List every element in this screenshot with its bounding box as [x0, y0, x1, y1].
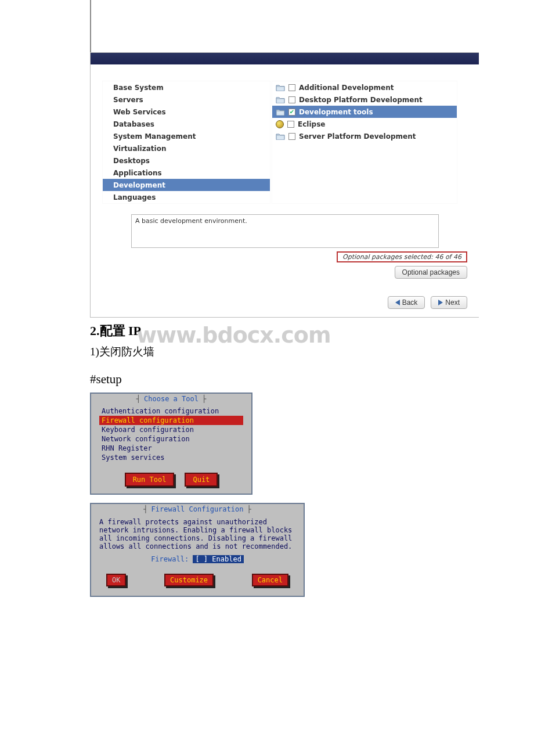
package-checkbox[interactable] [288, 84, 295, 91]
category-item[interactable]: Web Services [103, 106, 270, 118]
cancel-button[interactable]: Cancel [252, 574, 288, 586]
category-item[interactable]: Applications [103, 167, 270, 179]
category-item[interactable]: Databases [103, 118, 270, 130]
tool-menu-item[interactable]: Authentication configuration [99, 406, 243, 416]
ok-button[interactable]: OK [106, 574, 126, 586]
tui1-title: Choose a Tool [140, 395, 202, 403]
customize-button[interactable]: Customize [164, 574, 214, 586]
folder-icon [276, 133, 285, 140]
optional-packages-button[interactable]: Optional packages [395, 266, 467, 279]
quit-button[interactable]: Quit [185, 473, 218, 487]
folder-icon [276, 109, 285, 116]
firewall-config-dialog: ┤ Firewall Configuration ├ A firewall pr… [90, 503, 305, 597]
package-group-label: Development tools [299, 108, 373, 116]
package-group-label: Eclipse [298, 120, 325, 128]
tool-menu-item[interactable]: Keyboard configuration [99, 425, 243, 434]
run-tool-button[interactable]: Run Tool [125, 473, 175, 487]
firewall-enabled-checkbox[interactable]: [ ] Enabled [193, 555, 243, 563]
shell-command: #setup [90, 372, 534, 387]
next-button[interactable]: Next [431, 296, 467, 309]
package-group-item[interactable]: ✔Development tools [272, 106, 457, 118]
firewall-label: Firewall: [151, 555, 189, 563]
category-item[interactable]: Languages [103, 191, 270, 203]
package-group-item[interactable]: Additional Development [272, 81, 457, 93]
category-item[interactable]: Development [103, 179, 270, 191]
tool-menu-item[interactable]: Network configuration [99, 434, 243, 444]
category-item[interactable]: Virtualization [103, 142, 270, 154]
package-group-label: Additional Development [299, 84, 394, 92]
package-group-list: Additional DevelopmentDesktop Platform D… [272, 81, 457, 204]
tool-menu-item[interactable]: RHN Register [99, 444, 243, 453]
section-heading: 2.配置 IP [90, 322, 534, 340]
category-item[interactable]: System Management [103, 130, 270, 142]
package-group-item[interactable]: Desktop Platform Development [272, 93, 457, 106]
setup-tool-dialog: ┤ Choose a Tool ├ Authentication configu… [90, 393, 252, 495]
package-checkbox[interactable] [288, 133, 295, 140]
optional-packages-status: Optional packages selected: 46 of 46 [337, 251, 467, 262]
tool-menu-item[interactable]: System services [99, 453, 243, 462]
section-sub: 1)关闭防火墙 [90, 344, 534, 359]
package-group-label: Server Platform Development [299, 132, 416, 141]
next-label: Next [445, 298, 460, 307]
category-item[interactable]: Base System [103, 81, 270, 93]
package-checkbox[interactable] [287, 121, 294, 128]
package-checkbox[interactable] [288, 96, 295, 103]
back-label: Back [402, 298, 418, 307]
folder-icon [276, 96, 285, 103]
category-item[interactable]: Servers [103, 93, 270, 106]
firewall-description: A firewall protects against unauthorized… [99, 518, 295, 550]
folder-icon [276, 84, 285, 91]
tui2-title: Firewall Configuration [148, 505, 247, 513]
arrow-right-icon [438, 300, 443, 305]
package-group-item[interactable]: Server Platform Development [272, 130, 457, 142]
package-group-label: Desktop Platform Development [299, 96, 423, 104]
package-checkbox[interactable]: ✔ [288, 109, 295, 116]
category-list: Base SystemServersWeb ServicesDatabasesS… [102, 81, 270, 204]
globe-icon [276, 120, 284, 128]
back-button[interactable]: Back [388, 296, 425, 309]
package-group-item[interactable]: Eclipse [272, 118, 457, 130]
description-box: A basic development environment. [131, 214, 439, 248]
category-item[interactable]: Desktops [103, 154, 270, 167]
tool-menu-item[interactable]: Firewall configuration [99, 416, 243, 425]
installer-window: Base SystemServersWeb ServicesDatabasesS… [90, 52, 479, 318]
arrow-left-icon [395, 300, 400, 305]
